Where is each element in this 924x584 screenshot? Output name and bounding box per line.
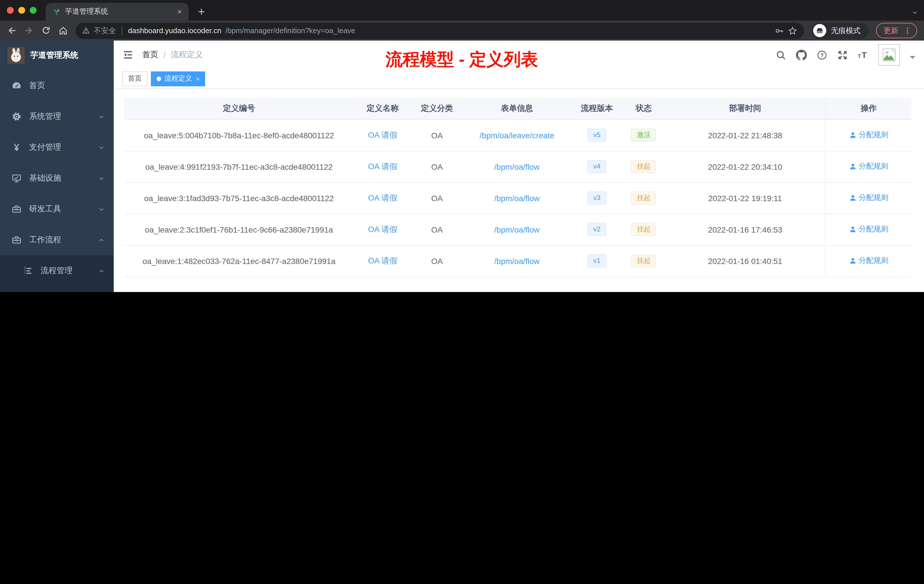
broken-image-icon xyxy=(881,46,898,63)
column-header-状态: 状态 xyxy=(622,98,665,119)
table-row: oa_leave:5:004b710b-7b8a-11ec-8ef0-acde4… xyxy=(124,119,911,151)
new-tab-button[interactable] xyxy=(196,7,206,16)
breadcrumb-separator: / xyxy=(163,50,166,59)
form-link[interactable]: /bpm/oa/flow xyxy=(494,225,540,234)
sidebar-item-研发工具[interactable]: 研发工具 xyxy=(0,194,114,224)
tag-label: 首页 xyxy=(128,74,142,83)
back-icon[interactable] xyxy=(7,26,16,35)
bookmark-star-icon[interactable] xyxy=(788,26,797,35)
github-icon[interactable] xyxy=(796,49,807,60)
cell-definition-id: oa_leave:3:1fad3d93-7b75-11ec-a3c8-acde4… xyxy=(124,182,354,214)
cell-category: OA xyxy=(411,214,462,245)
definition-name-link[interactable]: OA 请假 xyxy=(368,162,398,171)
assign-rule-button[interactable]: 分配规则 xyxy=(849,130,888,140)
goto-page-input[interactable] xyxy=(854,292,878,292)
version-badge: v3 xyxy=(587,191,606,205)
sidebar-item-label: 系统管理 xyxy=(29,111,61,122)
form-link[interactable]: /bpm/oa/leave/create xyxy=(479,130,554,140)
status-badge: 挂起 xyxy=(631,223,656,236)
cell-deploy-time: 2022-01-16 01:40:51 xyxy=(665,245,825,277)
reload-icon[interactable] xyxy=(41,26,51,35)
assign-rule-button[interactable]: 分配规则 xyxy=(849,224,888,234)
tag-close-icon[interactable]: × xyxy=(196,75,200,82)
cell-actions: 分配规则 xyxy=(826,151,911,182)
sidebar-subitem-流程表单[interactable]: 流程表单 xyxy=(0,286,114,292)
cell-version: v5 xyxy=(571,119,622,151)
cell-category: OA xyxy=(411,151,462,182)
column-header-表单信息: 表单信息 xyxy=(462,98,571,119)
tab-close-icon[interactable]: × xyxy=(177,7,182,16)
app-title: 芋道管理系统 xyxy=(30,50,78,61)
close-window-button[interactable] xyxy=(7,7,14,14)
hamburger-icon[interactable] xyxy=(122,49,134,61)
definition-name-link[interactable]: OA 请假 xyxy=(368,256,398,265)
sidebar-item-首页[interactable]: 首页 xyxy=(0,70,114,101)
form-link[interactable]: /bpm/oa/flow xyxy=(494,162,540,171)
update-label: 更新 xyxy=(883,25,898,36)
question-icon[interactable]: ? xyxy=(817,49,827,60)
status-badge: 激活 xyxy=(631,129,656,142)
cell-actions: 分配规则 xyxy=(826,182,911,214)
minimize-window-button[interactable] xyxy=(18,7,25,14)
not-secure-warning-icon[interactable] xyxy=(82,27,90,34)
tag-流程定义[interactable]: 流程定义× xyxy=(151,71,205,86)
definition-name-link[interactable]: OA 请假 xyxy=(368,193,398,202)
assign-rule-button[interactable]: 分配规则 xyxy=(849,162,888,172)
sidebar-item-基础设施[interactable]: 基础设施 xyxy=(0,163,114,194)
assign-rule-button[interactable]: 分配规则 xyxy=(849,256,888,266)
page-size-select[interactable]: 10条/页 xyxy=(705,292,762,292)
cell-deploy-time: 2022-01-22 21:48:38 xyxy=(665,119,825,151)
logo-avatar xyxy=(7,47,25,64)
cell-definition-name: OA 请假 xyxy=(354,182,411,214)
cell-definition-id: oa_leave:4:991f2193-7b7f-11ec-a3c8-acde4… xyxy=(124,151,354,182)
tab-title: 芋道管理系统 xyxy=(65,7,173,16)
search-icon[interactable] xyxy=(776,49,786,60)
cell-definition-name: OA 请假 xyxy=(354,151,411,182)
assign-rule-button[interactable]: 分配规则 xyxy=(849,193,888,203)
avatar-caret-down-icon[interactable] xyxy=(910,56,916,62)
yen-icon xyxy=(12,142,22,153)
browser-tab[interactable]: 芋道管理系统 × xyxy=(46,3,188,21)
breadcrumb-home[interactable]: 首页 xyxy=(142,50,158,60)
update-browser-button[interactable]: 更新 xyxy=(876,23,917,38)
sidebar-subitem-label: 流程管理 xyxy=(41,266,73,276)
chevron-down-icon xyxy=(98,144,105,151)
browser-menu-dots-icon[interactable] xyxy=(903,26,911,35)
definition-name-link[interactable]: OA 请假 xyxy=(368,130,398,139)
screenshot-root: 芋道管理系统 × 不安全 dashboard.yudao.iocoder.cn … xyxy=(0,0,924,292)
sidebar-logo[interactable]: 芋道管理系统 xyxy=(0,41,114,70)
key-icon[interactable] xyxy=(775,26,784,35)
avatar[interactable] xyxy=(878,44,900,66)
cell-status: 激活 xyxy=(622,119,665,151)
form-link[interactable]: /bpm/oa/flow xyxy=(494,193,540,203)
app-frame: 芋道管理系统 首页系统管理支付管理基础设施研发工具工作流程 流程管理流程表单用户… xyxy=(0,41,924,292)
address-bar[interactable]: 不安全 dashboard.yudao.iocoder.cn /bpm/mana… xyxy=(76,23,804,39)
maximize-window-button[interactable] xyxy=(30,7,36,14)
fullscreen-icon[interactable] xyxy=(837,49,848,60)
assign-rule-label: 分配规则 xyxy=(858,224,888,234)
sidebar-item-工作流程[interactable]: 工作流程 xyxy=(0,224,114,256)
assign-rule-label: 分配规则 xyxy=(858,162,888,172)
font-size-icon[interactable]: TT xyxy=(858,49,869,60)
pagination: 共 5 条 10条/页 1 前往 页 xyxy=(124,292,891,292)
home-icon[interactable] xyxy=(58,26,68,35)
page-1-button[interactable]: 1 xyxy=(790,292,806,292)
cell-definition-id: oa_leave:2:3c1f0ef1-76b1-11ec-9c66-a2380… xyxy=(124,214,354,245)
sidebar-item-系统管理[interactable]: 系统管理 xyxy=(0,101,114,132)
assign-rule-label: 分配规则 xyxy=(858,130,888,140)
forward-icon[interactable] xyxy=(24,26,34,35)
next-page-button[interactable] xyxy=(812,292,827,292)
tab-search-caret-icon[interactable] xyxy=(911,9,918,16)
chevron-down-icon xyxy=(98,113,105,120)
sidebar-item-label: 工作流程 xyxy=(29,235,61,245)
cell-version: v2 xyxy=(571,214,622,245)
prev-page-button[interactable] xyxy=(768,292,784,292)
cell-actions: 分配规则 xyxy=(826,119,911,151)
incognito-badge: 无痕模式 xyxy=(812,23,869,39)
sidebar-subitem-流程管理[interactable]: 流程管理 xyxy=(0,256,114,286)
definition-name-link[interactable]: OA 请假 xyxy=(368,224,398,233)
sidebar-item-label: 基础设施 xyxy=(29,173,61,183)
form-link[interactable]: /bpm/oa/flow xyxy=(494,256,540,266)
sidebar-item-支付管理[interactable]: 支付管理 xyxy=(0,132,114,163)
tag-首页[interactable]: 首页 xyxy=(122,71,147,86)
